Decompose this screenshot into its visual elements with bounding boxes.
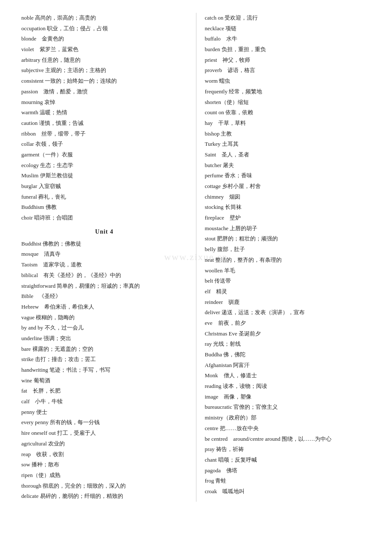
list-item: Saint 圣人，圣者 [205,150,371,160]
list-item: thorough 彻底的，完全的；细致的，深入的 [21,481,187,491]
list-item: underline 强调；突出 [21,333,187,344]
list-item: straightforward 简单的，易懂的；坦诚的；率真的 [21,281,187,292]
list-item: frequently 经常，频繁地 [205,87,371,97]
list-item: fireplace 壁炉 [205,213,371,223]
list-item: bare 裸露的；无遮盖的；空的 [21,344,187,355]
list-item: elf 精灵 [205,286,371,297]
list-item: stocking 长筒袜 [205,202,371,213]
list-item: collar 衣领，领子 [21,139,187,150]
right-column: catch on 受欢迎，流行necklace 项链buffalo 水牛burd… [196,13,375,502]
list-item: ecology 生态；生态学 [21,160,187,171]
list-item: eve 前夜，前夕 [205,318,371,329]
list-item: ripen（使）成熟 [21,470,187,481]
list-item: pagoda 佛塔 [205,465,371,476]
list-item: Taoism 道家学说，道教 [21,260,187,270]
list-item: burden 负担，重担，重负 [205,44,371,55]
list-item: choir 唱诗班；合唱团 [21,213,187,223]
list-item: mourning 哀悼 [21,97,187,108]
list-item: subjective 主观的；主语的；主格的 [21,65,187,76]
list-item: by and by 不久，过一会儿 [21,323,187,333]
list-item: caution 谨慎，慎重；告诫 [21,118,187,129]
list-item: bishop 主教 [205,129,371,139]
list-item: reap 收获，收割 [21,449,187,460]
list-item: mosque 清真寺 [21,249,187,260]
list-item: penny 便士 [21,407,187,418]
list-item: burglar 入室窃贼 [21,181,187,192]
list-item: consistent 一致的；始终如一的；连续的 [21,76,187,87]
list-item: bureaucratic 官僚的；官僚主义 [205,402,371,413]
list-item: centre 把……放在中央 [205,423,371,434]
list-item: Muslim 伊斯兰教信徒 [21,171,187,181]
list-item: reading 读本，读物；阅读 [205,381,371,392]
page-wrapper: www.zixue.cn noble 高尚的，崇高的；高贵的occupation… [17,13,375,502]
list-item: belt 传送带 [205,276,371,286]
list-item: agricultural 农业的 [21,439,187,449]
list-item: reindeer 驯鹿 [205,297,371,308]
list-item: Christmas Eve 圣诞前夕 [205,329,371,339]
list-item: Buddha 佛，佛陀 [205,350,371,360]
list-item: perfume 香水；香味 [205,171,371,181]
list-item: catch on 受欢迎，流行 [205,13,371,23]
list-item: blonde 金黄色的 [21,34,187,44]
list-item: deliver 递送，运送；发表（演讲），宣布 [205,307,371,318]
list-item: Afghanistan 阿富汗 [205,360,371,371]
list-item: noble 高尚的，崇高的；高贵的 [21,13,187,23]
list-item: croak 呱呱地叫 [205,486,371,497]
list-item: stout 肥胖的；粗壮的；顽强的 [205,234,371,244]
list-item: violet 紫罗兰，蓝紫色 [21,44,187,55]
list-item: calf 小牛，牛犊 [21,396,187,407]
list-item: Monk 僧人，修道士 [205,370,371,381]
page-container: noble 高尚的，崇高的；高贵的occupation 职业，工伯；侵占，占领b… [17,13,375,502]
list-item: priest 神父，牧师 [205,55,371,66]
list-item: frog 青蛙 [205,476,371,486]
list-item: be centred around/centre around 围绕，以……为中… [205,434,371,445]
list-item: worm 蠕虫 [205,76,371,87]
list-item: cottage 乡村小屋，村舍 [205,181,371,192]
list-item: ribbon 丝带，缎带，带子 [21,129,187,139]
list-item: delicate 易碎的，脆弱的；纤细的，精致的 [21,491,187,502]
list-item: funeral 葬礼，丧礼 [21,192,187,202]
list-item: Buddhism 佛教 [21,202,187,213]
list-item: occupation 职业，工伯；侵占，占领 [21,23,187,34]
list-item: sow 播种；散布 [21,460,187,470]
list-item: fat 长胖，长肥 [21,386,187,396]
list-item: Bible 《圣经》 [21,291,187,302]
unit4-header: Unit 4 [21,228,187,235]
list-item: pray 祷告，祈祷 [205,444,371,455]
list-item: chant 唱颂；反复呼喊 [205,455,371,465]
list-item: neat 整洁的，整齐的，有条理的 [205,255,371,266]
list-item: arbitrary 任意的，随意的 [21,55,187,66]
list-item: ministry（政府的）部 [205,413,371,423]
list-item: butcher 屠夫 [205,160,371,171]
left-column: noble 高尚的，崇高的；高贵的occupation 职业，工伯；侵占，占领b… [17,13,196,502]
list-item: wine 葡萄酒 [21,376,187,386]
list-item: hire oneself out 打工，受雇于人 [21,428,187,439]
list-item: garment（一件）衣服 [21,150,187,160]
list-item: woollen 羊毛 [205,266,371,276]
list-item: warmth 温暖；热情 [21,107,187,118]
list-item: Turkey 土耳其 [205,139,371,150]
list-item: passion 激情，酷爱，激愤 [21,87,187,97]
list-item: biblical 有关《圣经》的，《圣经》中的 [21,270,187,281]
list-item: count on 依靠，依赖 [205,107,371,118]
list-item: buffalo 水牛 [205,34,371,44]
list-item: necklace 项链 [205,23,371,34]
list-item: hay 干草，草料 [205,118,371,129]
list-item: vague 模糊的，隐晦的 [21,312,187,323]
list-item: chimney 烟囱 [205,192,371,202]
list-item: handwriting 笔迹；书法；手写，书写 [21,365,187,376]
list-item: shorten（使）缩短 [205,97,371,108]
list-item: Buddhist 佛教的；佛教徒 [21,239,187,249]
list-item: moustache 上唇的胡子 [205,223,371,234]
list-item: proverb 谚语，格言 [205,65,371,76]
list-item: ray 光线；射线 [205,339,371,350]
list-item: Hebrew 希伯来语，希伯来人 [21,302,187,312]
list-item: belly 腹部，肚子 [205,244,371,255]
list-item: image 画像，塑像 [205,392,371,402]
list-item: every penny 所有的钱，每一分钱 [21,417,187,428]
list-item: strike 击打；撞击；攻击；罢工 [21,354,187,365]
